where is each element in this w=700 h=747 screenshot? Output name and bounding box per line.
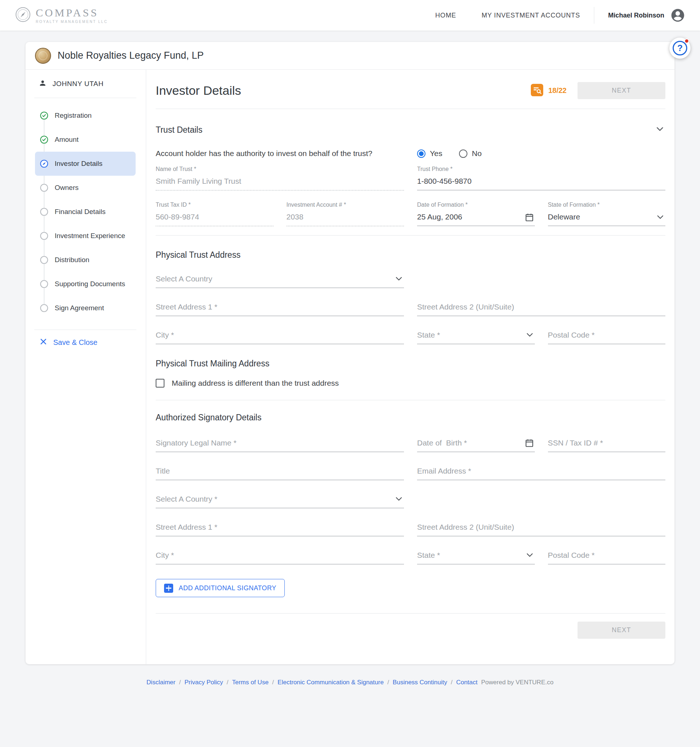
dropdown-caret-icon[interactable] — [396, 496, 402, 502]
check-circle-icon — [39, 111, 49, 120]
trust-phone-input[interactable] — [417, 175, 665, 190]
progress-count: 18/22 — [548, 86, 567, 95]
footer: Disclaimer/Privacy Policy/Terms of Use/E… — [0, 679, 700, 686]
mailing-different-checkbox-row[interactable]: Mailing address is different than the tr… — [156, 379, 665, 387]
top-navbar: COMPASS ROYALTY MANAGEMENT LLC HOME MY I… — [0, 0, 700, 30]
date-of-formation-input[interactable] — [417, 211, 535, 226]
date-of-formation-label: Date of Formation * — [417, 202, 535, 208]
brand-subtitle: ROYALTY MANAGEMENT LLC — [36, 20, 108, 24]
country-input[interactable] — [156, 273, 404, 288]
sidebar-item-registration[interactable]: Registration — [35, 104, 136, 128]
street-address-1-input[interactable] — [156, 301, 404, 316]
email-input[interactable] — [417, 465, 665, 480]
signatory-street-2-input[interactable] — [417, 521, 665, 536]
signatory-title-input[interactable] — [156, 465, 404, 480]
name-of-trust-input[interactable] — [156, 175, 404, 191]
signatory-street-2-field — [417, 521, 665, 536]
calendar-icon[interactable] — [525, 438, 534, 448]
trust-phone-field: Trust Phone * — [417, 166, 665, 191]
footer-link-business-continuity[interactable]: Business Continuity — [393, 679, 447, 686]
signatory-state-select — [417, 549, 535, 564]
step-label: Amount — [55, 136, 79, 144]
plus-icon — [164, 584, 173, 593]
postal-code-input[interactable] — [548, 329, 666, 344]
steps-sidebar: JOHNNY UTAH Registration — [26, 70, 146, 664]
trust-tax-id-field: Trust Tax ID * — [156, 202, 274, 227]
authority-radio-group: Yes No — [417, 149, 665, 158]
empty-circle-icon — [39, 231, 49, 240]
brand-logo[interactable]: COMPASS ROYALTY MANAGEMENT LLC — [15, 6, 108, 24]
checkbox-unchecked-icon[interactable] — [156, 379, 165, 387]
sidebar-item-owners[interactable]: Owners — [35, 176, 136, 200]
next-button-top[interactable]: NEXT — [578, 82, 665, 99]
powered-by: Powered by VENTURE.co — [481, 679, 553, 686]
radio-unselected-icon[interactable] — [459, 150, 467, 158]
step-label: Owners — [55, 184, 79, 192]
footer-separator: / — [272, 679, 274, 686]
footer-link-contact[interactable]: Contact — [456, 679, 478, 686]
user-name: Michael Robinson — [608, 12, 664, 19]
help-button[interactable]: ? — [669, 38, 691, 59]
signatory-title-field — [156, 465, 404, 480]
save-close-label: Save & Close — [53, 338, 97, 347]
footer-link-electronic-communication[interactable]: Electronic Communication & Signature — [277, 679, 384, 686]
save-close-button[interactable]: Save & Close — [26, 335, 146, 349]
dropdown-caret-icon[interactable] — [396, 275, 402, 282]
next-button-bottom[interactable]: NEXT — [578, 621, 665, 639]
nav-investment-accounts-link[interactable]: MY INVESTMENT ACCOUNTS — [482, 12, 580, 19]
sidebar-item-investment-experience[interactable]: Investment Experience — [35, 224, 136, 248]
trust-tax-id-input[interactable] — [156, 211, 274, 227]
empty-circle-icon — [39, 279, 49, 289]
investment-account-input[interactable] — [287, 211, 404, 227]
sidebar-item-investor-details[interactable]: Investor Details — [35, 152, 136, 176]
state-of-formation-input[interactable] — [548, 211, 666, 226]
dropdown-caret-icon[interactable] — [527, 332, 533, 338]
user-menu[interactable]: Michael Robinson — [608, 8, 685, 23]
sidebar-item-distribution[interactable]: Distribution — [35, 248, 136, 272]
footer-link-terms-of-use[interactable]: Terms of Use — [232, 679, 268, 686]
sidebar-item-supporting-documents[interactable]: Supporting Documents — [35, 272, 136, 296]
radio-no[interactable]: No — [459, 149, 482, 158]
sidebar-item-sign-agreement[interactable]: Sign Agreement — [35, 296, 136, 320]
ssn-tax-id-input[interactable] — [548, 437, 666, 452]
signatory-country-input[interactable] — [156, 493, 404, 508]
calendar-icon[interactable] — [525, 213, 534, 222]
radio-yes[interactable]: Yes — [417, 149, 442, 158]
compass-step-icon — [39, 159, 49, 168]
street-address-2-input[interactable] — [417, 301, 665, 316]
divider — [156, 613, 665, 614]
dropdown-caret-icon[interactable] — [527, 552, 533, 558]
signatory-street-1-input[interactable] — [156, 521, 404, 536]
signatory-postal-input[interactable] — [548, 549, 666, 564]
state-input[interactable] — [417, 329, 535, 344]
chevron-down-icon[interactable] — [655, 124, 665, 136]
signatory-postal-field — [548, 549, 666, 564]
signatory-state-input[interactable] — [417, 549, 535, 564]
email-field — [417, 465, 665, 480]
page-title: Investor Details — [156, 83, 241, 98]
city-input[interactable] — [156, 329, 404, 344]
empty-circle-icon — [39, 207, 49, 216]
step-label: Investment Experience — [55, 232, 125, 240]
review-items-icon[interactable] — [531, 84, 543, 98]
footer-link-privacy-policy[interactable]: Privacy Policy — [184, 679, 223, 686]
divider — [156, 400, 665, 400]
radio-selected-icon[interactable] — [417, 150, 425, 158]
fund-header: Noble Royalties Legacy Fund, LP — [26, 42, 674, 70]
brand-name: COMPASS — [36, 7, 108, 18]
name-of-trust-label: Name of Trust * — [156, 166, 404, 172]
nav-links: HOME MY INVESTMENT ACCOUNTS — [435, 12, 580, 19]
date-of-birth-input[interactable] — [417, 437, 535, 452]
dropdown-caret-icon[interactable] — [657, 214, 663, 221]
sidebar-item-amount[interactable]: Amount — [35, 128, 136, 152]
signatory-city-input[interactable] — [156, 549, 404, 564]
add-additional-signatory-button[interactable]: ADD ADDITIONAL SIGNATORY — [156, 579, 285, 597]
sidebar-item-financial-details[interactable]: Financial Details — [35, 200, 136, 224]
mailing-checkbox-label: Mailing address is different than the tr… — [172, 379, 339, 387]
nav-home-link[interactable]: HOME — [435, 12, 456, 19]
street-address-1-field — [156, 301, 404, 316]
account-circle-icon[interactable] — [670, 8, 685, 23]
country-select — [156, 273, 404, 288]
signatory-legal-name-input[interactable] — [156, 437, 404, 452]
footer-link-disclaimer[interactable]: Disclaimer — [147, 679, 175, 686]
